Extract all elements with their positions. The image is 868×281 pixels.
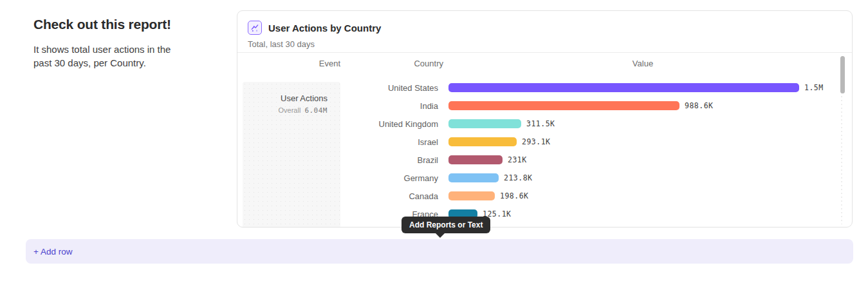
scrollbar-thumb[interactable] <box>840 56 845 93</box>
country-label: Israel <box>340 137 438 147</box>
table-header: Event Country Value <box>237 59 852 70</box>
chart-row[interactable]: United Kingdom 311.5K <box>237 115 839 133</box>
intro-block: Check out this report! It shows total us… <box>33 17 194 70</box>
value-bar[interactable] <box>448 83 799 92</box>
country-label: United States <box>340 83 438 93</box>
value-bar[interactable] <box>448 101 679 110</box>
intro-title: Check out this report! <box>33 17 194 32</box>
value-label: 198.6K <box>500 191 529 200</box>
column-header-event: Event <box>243 59 340 68</box>
intro-description: It shows total user actions in the past … <box>33 43 185 70</box>
chart-row[interactable]: Brazil 231K <box>237 151 839 169</box>
chart-row[interactable]: India 988.6K <box>237 97 839 115</box>
value-label: 988.6K <box>685 101 714 110</box>
bar-chart: United States 1.5M India 988.6K United K… <box>237 79 839 223</box>
value-label: 311.5K <box>526 119 555 128</box>
report-card[interactable]: User Actions by Country Total, last 30 d… <box>237 10 853 228</box>
value-bar[interactable] <box>448 119 521 128</box>
country-label: India <box>340 101 438 111</box>
line-chart-icon <box>248 21 262 35</box>
chart-row[interactable]: Germany 213.8K <box>237 169 839 187</box>
country-label: Brazil <box>340 155 438 165</box>
value-label: 213.8K <box>504 173 533 182</box>
value-bar[interactable] <box>448 137 517 146</box>
value-bar[interactable] <box>448 155 503 164</box>
country-label: Germany <box>340 173 438 183</box>
country-label: United Kingdom <box>340 119 438 129</box>
chart-row[interactable]: Canada 198.6K <box>237 187 839 205</box>
add-row-label: + Add row <box>33 247 72 257</box>
value-bar[interactable] <box>448 173 499 182</box>
report-title: User Actions by Country <box>268 23 381 34</box>
value-label: 231K <box>508 155 527 164</box>
chart-row[interactable]: United States 1.5M <box>237 79 839 97</box>
value-label: 1.5M <box>804 83 824 92</box>
add-reports-tooltip: Add Reports or Text <box>402 217 490 233</box>
value-bar[interactable] <box>448 191 495 200</box>
country-label: Canada <box>340 191 438 201</box>
column-header-country: Country <box>340 59 443 68</box>
column-header-value: Value <box>448 59 837 68</box>
vertical-scrollbar[interactable] <box>840 56 845 224</box>
chart-row[interactable]: France 125.1K <box>237 205 839 223</box>
report-card-header: User Actions by Country Total, last 30 d… <box>237 11 852 53</box>
add-row-button[interactable]: + Add row <box>26 239 853 264</box>
value-label: 293.1K <box>522 137 551 146</box>
chart-row[interactable]: Israel 293.1K <box>237 133 839 151</box>
report-subtitle: Total, last 30 days <box>248 39 842 49</box>
